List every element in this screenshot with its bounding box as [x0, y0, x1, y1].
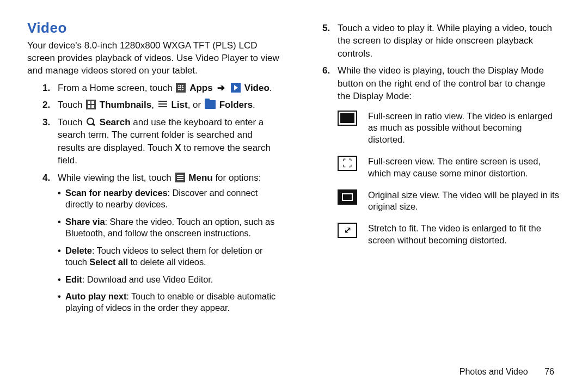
text: to delete all videos. — [128, 257, 206, 267]
intro-paragraph: Your device's 8.0-inch 1280x800 WXGA TFT… — [27, 40, 281, 77]
sub-share: Share via: Share the video. Touch an opt… — [58, 216, 281, 240]
mode-text: Stretch to fit. The video is enlarged to… — [368, 223, 561, 247]
folder-icon — [205, 100, 216, 109]
text: for options: — [213, 173, 261, 183]
folders-label: Folders — [219, 100, 253, 110]
sub-edit: Edit: Download and use Video Editor. — [58, 274, 281, 285]
text: From a Home screen, touch — [58, 83, 175, 93]
mode-full-row: Full-screen view. The entire screen is u… — [338, 156, 561, 180]
page-number: 76 — [544, 367, 554, 376]
label: Auto play next — [65, 291, 126, 301]
step-2: Touch Thumbnails, List, or Folders. — [58, 99, 281, 111]
footer-section: Photos and Video — [460, 367, 528, 376]
step-3: Touch Search and use the keyboard to ent… — [58, 116, 281, 167]
text: . — [270, 83, 272, 93]
original-size-icon — [338, 189, 357, 205]
mode-text: Full-screen in ratio view. The video is … — [368, 111, 561, 146]
search-icon — [86, 117, 96, 127]
label: Edit — [65, 274, 82, 284]
step-1: From a Home screen, touch Apps ➔ Video. — [58, 82, 281, 94]
label: Scan for nearby devices — [65, 188, 168, 198]
mode-ratio-row: Full-screen in ratio view. The video is … — [338, 111, 561, 146]
right-column: Touch a video to play it. While playing … — [307, 20, 561, 359]
text: , or — [188, 100, 204, 110]
left-column: Video Your device's 8.0-inch 1280x800 WX… — [27, 20, 281, 359]
apps-label: Apps — [189, 83, 213, 93]
thumbnails-label: Thumbnails — [100, 100, 151, 110]
manual-page: Video Your device's 8.0-inch 1280x800 WX… — [0, 0, 588, 392]
page-footer: Photos and Video 76 — [460, 367, 554, 377]
select-all-label: Select all — [89, 257, 128, 267]
search-label: Search — [100, 117, 131, 127]
label: Delete — [65, 246, 92, 255]
arrow-icon: ➔ — [217, 83, 225, 93]
list-icon — [158, 100, 168, 109]
label: Share via — [65, 217, 105, 226]
full-screen-ratio-icon — [338, 111, 357, 126]
steps-list-right: Touch a video to play it. While playing … — [307, 22, 561, 247]
mode-text: Full-screen view. The entire screen is u… — [368, 156, 561, 180]
steps-list-left: From a Home screen, touch Apps ➔ Video. … — [27, 82, 281, 314]
video-icon — [231, 83, 241, 93]
x-label: X — [175, 143, 181, 153]
text: Touch — [58, 117, 85, 127]
sub-scan: Scan for nearby devices: Discover and co… — [58, 187, 281, 211]
apps-icon — [176, 83, 186, 93]
mode-orig-row: Original size view. The video will be pl… — [338, 189, 561, 213]
text: Touch — [58, 100, 85, 110]
list-label: List — [171, 100, 187, 110]
sub-delete: Delete: Touch videos to select them for … — [58, 245, 281, 268]
section-heading: Video — [27, 20, 281, 36]
step-6: While the video is playing, touch the Di… — [338, 64, 561, 246]
step-4: While viewing the list, touch Menu for o… — [58, 171, 281, 314]
text: . — [253, 100, 255, 110]
stretch-to-fit-icon — [338, 223, 357, 238]
menu-label: Menu — [188, 173, 212, 183]
display-modes: Full-screen in ratio view. The video is … — [338, 111, 561, 247]
mode-text: Original size view. The video will be pl… — [368, 189, 561, 213]
text: : Download and use Video Editor. — [82, 274, 213, 284]
step-5: Touch a video to play it. While playing … — [338, 22, 561, 60]
sub-bullets: Scan for nearby devices: Discover and co… — [58, 187, 281, 314]
mode-stretch-row: Stretch to fit. The video is enlarged to… — [338, 223, 561, 247]
text: While the video is playing, touch the Di… — [338, 65, 546, 101]
menu-icon — [175, 173, 185, 182]
text: While viewing the list, touch — [58, 173, 174, 183]
thumbnails-icon — [86, 100, 96, 109]
full-screen-icon — [338, 156, 357, 171]
video-label: Video — [244, 83, 270, 93]
sub-autoplay: Auto play next: Touch to enable or disab… — [58, 291, 281, 314]
